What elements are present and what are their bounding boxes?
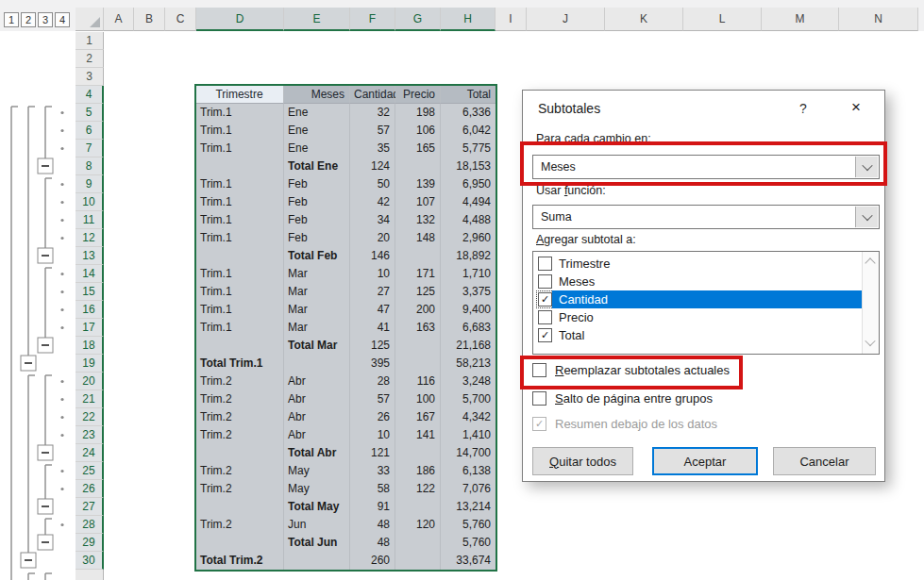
cell-H30[interactable]: 33,674 <box>441 552 496 570</box>
column-header-I[interactable]: I <box>496 8 527 31</box>
cell-F20[interactable]: 28 <box>350 373 395 390</box>
column-header-C[interactable]: C <box>165 8 196 31</box>
cell-D22[interactable]: Trim.2 <box>196 408 284 426</box>
cell-F18[interactable]: 125 <box>350 337 395 355</box>
cell-E5[interactable]: Ene <box>284 104 350 122</box>
cell-E21[interactable]: Abr <box>284 390 350 408</box>
checkbox-icon[interactable]: ✓ <box>538 328 552 342</box>
checkbox-icon[interactable]: ✓ <box>532 417 546 431</box>
cell-D10[interactable]: Trim.1 <box>196 193 284 211</box>
cell-G16[interactable]: 200 <box>395 301 441 319</box>
cell-H26[interactable]: 7,076 <box>441 480 496 498</box>
use-function-combobox[interactable]: Suma <box>532 205 880 229</box>
cell-G15[interactable]: 125 <box>395 283 441 301</box>
cancel-button[interactable]: Cancelar <box>773 447 876 475</box>
row-header-9[interactable]: 9 <box>76 175 104 193</box>
cell-E28[interactable]: Jun <box>284 516 350 534</box>
column-header-E[interactable]: E <box>284 8 350 31</box>
cell-D21[interactable]: Trim.2 <box>196 390 284 408</box>
cell-D13[interactable] <box>196 247 284 265</box>
cell-E13[interactable]: Total Feb <box>284 247 350 265</box>
cell-G24[interactable] <box>395 444 441 462</box>
row-header-7[interactable]: 7 <box>76 140 104 157</box>
row-header-3[interactable]: 3 <box>76 68 104 86</box>
cell-F15[interactable]: 27 <box>350 283 395 301</box>
cell-F19[interactable]: 395 <box>350 355 395 373</box>
cell-F7[interactable]: 35 <box>350 140 395 157</box>
checkbox-icon[interactable] <box>538 257 552 271</box>
cell-F9[interactable]: 50 <box>350 175 395 193</box>
cell-F21[interactable]: 57 <box>350 390 395 408</box>
cell-H12[interactable]: 2,960 <box>441 229 496 247</box>
column-header-A[interactable]: A <box>104 8 134 31</box>
outline-level-button-3[interactable]: 3 <box>38 12 53 27</box>
cell-H27[interactable]: 13,214 <box>441 498 496 516</box>
cell-D5[interactable]: Trim.1 <box>196 104 284 122</box>
chevron-down-icon[interactable] <box>855 157 878 177</box>
cell-G26[interactable]: 122 <box>395 480 441 498</box>
cell-D17[interactable]: Trim.1 <box>196 319 284 337</box>
cell-G7[interactable]: 165 <box>395 140 441 157</box>
cell-E18[interactable]: Total Mar <box>284 337 350 355</box>
cell-G29[interactable] <box>395 534 441 552</box>
row-header-21[interactable]: 21 <box>76 390 104 408</box>
column-header-G[interactable]: G <box>395 8 441 31</box>
option-summary-below-data[interactable]: ✓Resumen debajo de los datos <box>532 416 717 432</box>
cell-G23[interactable]: 141 <box>395 426 441 444</box>
checkbox-icon[interactable] <box>538 274 552 289</box>
cell-E16[interactable]: Mar <box>284 301 350 319</box>
option-replace-current-subtotals[interactable]: Reemplazar subtotales actuales <box>532 362 730 378</box>
cell-F30[interactable]: 260 <box>350 552 395 570</box>
cell-E8[interactable]: Total Ene <box>284 157 350 175</box>
row-header-8[interactable]: 8 <box>76 157 104 175</box>
cell-H29[interactable]: 5,760 <box>441 534 496 552</box>
cell-E9[interactable]: Feb <box>284 175 350 193</box>
cell-H5[interactable]: 6,336 <box>441 104 496 122</box>
cell-D25[interactable]: Trim.2 <box>196 462 284 480</box>
cell-E25[interactable]: May <box>284 462 350 480</box>
row-header-2[interactable]: 2 <box>76 50 104 68</box>
list-item-trimestre[interactable]: Trimestre <box>535 255 862 273</box>
cell-D15[interactable]: Trim.1 <box>196 283 284 301</box>
column-header-L[interactable]: L <box>683 8 762 31</box>
accept-button[interactable]: Aceptar <box>652 447 758 475</box>
column-header-H[interactable]: H <box>441 8 496 31</box>
cell-E7[interactable]: Ene <box>284 140 350 157</box>
cell-D12[interactable]: Trim.1 <box>196 229 284 247</box>
column-header-J[interactable]: J <box>527 8 605 31</box>
cell-E15[interactable]: Mar <box>284 283 350 301</box>
cell-F5[interactable]: 32 <box>350 104 395 122</box>
cell-E29[interactable]: Total Jun <box>284 534 350 552</box>
column-header-N[interactable]: N <box>839 8 918 31</box>
cell-F14[interactable]: 10 <box>350 265 395 283</box>
cell-D11[interactable]: Trim.1 <box>196 211 284 229</box>
row-header-1[interactable]: 1 <box>76 32 104 50</box>
outline-level-button-4[interactable]: 4 <box>55 12 70 27</box>
cell-F17[interactable]: 41 <box>350 319 395 337</box>
cell-E27[interactable]: Total May <box>284 498 350 516</box>
cell-H21[interactable]: 5,700 <box>441 390 496 408</box>
row-header-20[interactable]: 20 <box>76 373 104 390</box>
cell-D18[interactable] <box>196 337 284 355</box>
cell-F28[interactable]: 48 <box>350 516 395 534</box>
cell-G13[interactable] <box>395 247 441 265</box>
cell-D24[interactable] <box>196 444 284 462</box>
cell-H20[interactable]: 3,248 <box>441 373 496 390</box>
cell-D26[interactable]: Trim.2 <box>196 480 284 498</box>
cell-E26[interactable]: May <box>284 480 350 498</box>
cell-H24[interactable]: 14,700 <box>441 444 496 462</box>
column-header-B[interactable]: B <box>134 8 165 31</box>
list-item-total[interactable]: ✓Total <box>535 326 862 344</box>
row-header-30[interactable]: 30 <box>76 552 104 570</box>
cell-G21[interactable]: 100 <box>395 390 441 408</box>
column-header-F[interactable]: F <box>350 8 395 31</box>
chevron-down-icon[interactable] <box>855 207 878 227</box>
cell-G8[interactable] <box>395 157 441 175</box>
cell-F4[interactable]: Cantidad <box>350 86 395 104</box>
cell-H14[interactable]: 1,710 <box>441 265 496 283</box>
cell-D30[interactable]: Total Trim.2 <box>196 552 284 570</box>
cell-F11[interactable]: 34 <box>350 211 395 229</box>
cell-D23[interactable]: Trim.2 <box>196 426 284 444</box>
row-header-25[interactable]: 25 <box>76 462 104 480</box>
row-header-22[interactable]: 22 <box>76 408 104 426</box>
